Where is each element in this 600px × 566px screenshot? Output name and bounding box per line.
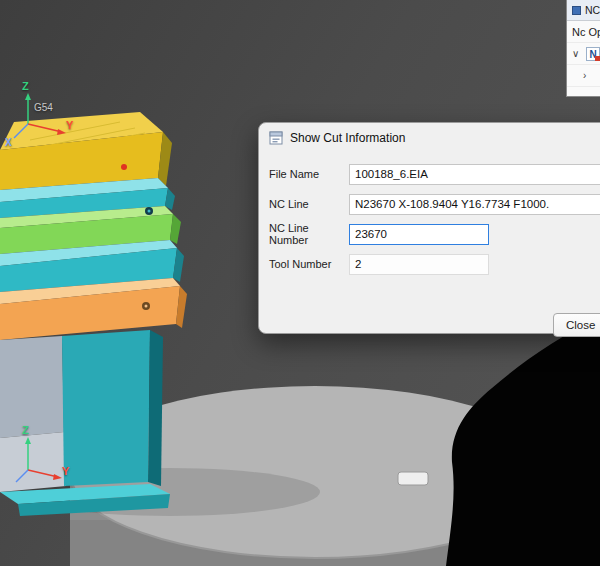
panel-tree-header[interactable]: Nc Op [567, 21, 600, 43]
chevron-right-icon[interactable]: › [583, 65, 593, 87]
show-cut-information-dialog: Show Cut Information File Name NC Line N… [258, 122, 600, 334]
nc-line-input[interactable] [349, 194, 600, 215]
nc-line-label: NC Line [269, 198, 349, 210]
nc-line-number-label: NC Line Number [269, 222, 349, 246]
tool-number-input[interactable] [349, 254, 489, 275]
nc-program-icon: N [586, 47, 600, 61]
dialog-title: Show Cut Information [290, 131, 405, 145]
panel-title-text: NC Op [585, 0, 600, 20]
dialog-body: File Name NC Line NC Line Number Tool Nu… [259, 153, 600, 335]
tree-item-child[interactable]: › [567, 65, 600, 87]
field-row-nc-line: NC Line [269, 193, 600, 215]
field-row-nc-line-number: NC Line Number [269, 223, 600, 245]
file-name-label: File Name [269, 168, 349, 180]
panel-icon [572, 6, 581, 15]
field-row-tool-number: Tool Number [269, 253, 600, 275]
panel-titlebar[interactable]: NC Op [567, 0, 600, 21]
field-row-file-name: File Name [269, 163, 600, 185]
table-slot [398, 472, 428, 485]
nc-operations-panel: NC Op Nc Op ∨ N › [566, 0, 600, 97]
tree-header-label: Nc Op [572, 21, 600, 43]
cut-point-marker [121, 164, 127, 170]
machine-shadow [446, 318, 600, 566]
file-name-input[interactable] [349, 164, 600, 185]
chevron-down-icon[interactable]: ∨ [572, 43, 582, 65]
close-button[interactable]: Close [553, 313, 600, 337]
tool-number-label: Tool Number [269, 258, 349, 270]
nc-line-number-input[interactable] [349, 224, 489, 245]
dialog-titlebar[interactable]: Show Cut Information [259, 123, 600, 153]
dialog-icon [269, 131, 283, 145]
tree-item-nc-program[interactable]: ∨ N [567, 43, 600, 65]
